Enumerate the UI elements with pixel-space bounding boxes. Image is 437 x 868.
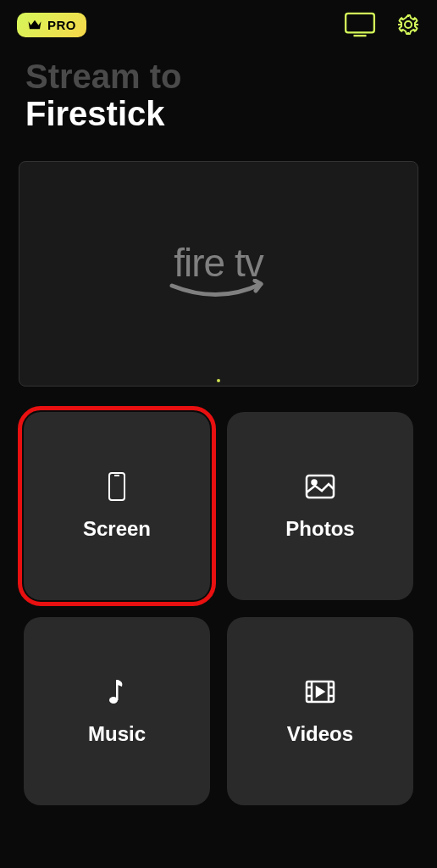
phone-icon bbox=[102, 471, 132, 502]
cast-icon[interactable] bbox=[344, 12, 376, 37]
swoosh-icon bbox=[159, 279, 278, 304]
tv-preview[interactable]: fire tv bbox=[19, 161, 418, 387]
led-indicator bbox=[217, 379, 220, 382]
svg-rect-0 bbox=[346, 14, 374, 33]
tile-music[interactable]: Music bbox=[24, 617, 210, 805]
tile-label: Music bbox=[88, 722, 146, 746]
svg-rect-3 bbox=[109, 473, 124, 500]
firetv-logo: fire tv bbox=[159, 240, 278, 308]
title-line-1: Stream to bbox=[25, 58, 412, 95]
video-icon bbox=[305, 676, 335, 707]
tile-screen[interactable]: Screen bbox=[24, 412, 210, 600]
svg-point-6 bbox=[313, 481, 317, 485]
header-icons bbox=[344, 12, 420, 37]
pro-badge[interactable]: PRO bbox=[17, 13, 86, 37]
svg-point-2 bbox=[405, 21, 412, 28]
tile-label: Screen bbox=[83, 517, 151, 541]
tiles-grid: Screen Photos Music bbox=[0, 412, 437, 805]
svg-rect-5 bbox=[307, 476, 334, 498]
tile-videos[interactable]: Videos bbox=[227, 617, 413, 805]
tile-label: Videos bbox=[287, 722, 353, 746]
tile-label: Photos bbox=[285, 517, 354, 541]
crown-icon bbox=[27, 19, 42, 31]
music-icon bbox=[102, 676, 132, 707]
header-bar: PRO bbox=[0, 0, 437, 37]
tile-photos[interactable]: Photos bbox=[227, 412, 413, 600]
title-line-2: Firestick bbox=[25, 95, 412, 132]
pro-label: PRO bbox=[47, 18, 76, 32]
photo-icon bbox=[305, 471, 335, 502]
settings-icon[interactable] bbox=[396, 13, 420, 36]
page-title: Stream to Firestick bbox=[0, 37, 437, 149]
